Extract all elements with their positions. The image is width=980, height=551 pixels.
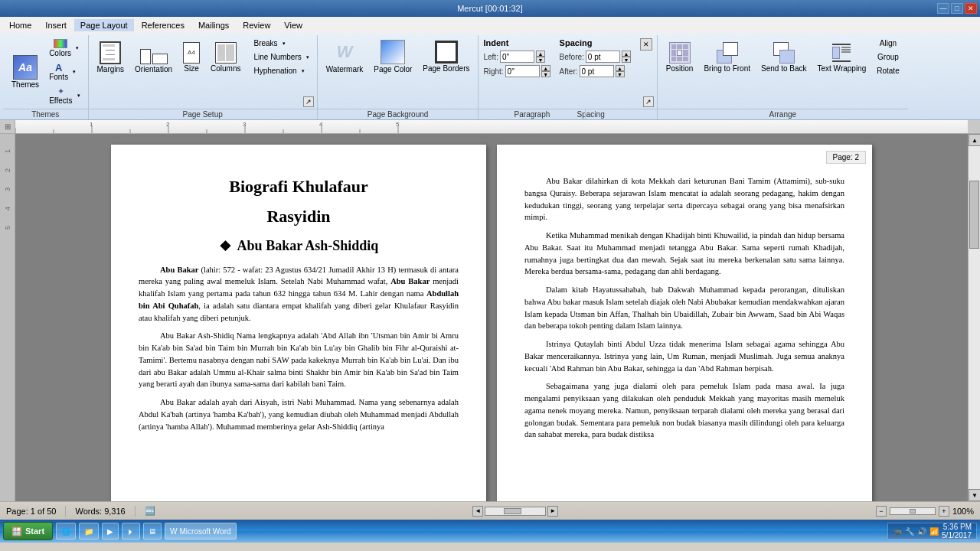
spacing-before-up[interactable]: ▲ (622, 51, 631, 57)
menu-item-references[interactable]: References (136, 19, 191, 31)
page-setup-dialog-launcher[interactable]: ↗ (303, 96, 314, 107)
indent-right-input[interactable] (505, 65, 540, 77)
menu-item-page-layout[interactable]: Page Layout (74, 19, 134, 31)
text-wrapping-button[interactable]: Text Wrapping (814, 37, 871, 77)
scroll-thumb[interactable] (969, 181, 979, 249)
spacing-after-up[interactable]: ▲ (616, 65, 625, 71)
indent-left-down[interactable]: ▼ (536, 57, 545, 63)
taskbar-ie-button[interactable]: 🌐 (56, 523, 76, 540)
breaks-dropdown[interactable]: ▾ (281, 37, 289, 50)
bring-to-front-button[interactable]: Bring to Front (700, 37, 754, 77)
indent-right-label: Right: (483, 67, 503, 76)
breaks-button[interactable]: Breaks ▾ (250, 37, 312, 50)
watermark-button[interactable]: W Watermark (322, 37, 368, 77)
arrange-section: Position Bring to Front Send to Back (658, 35, 908, 119)
scroll-up-button[interactable]: ▲ (969, 134, 980, 146)
orientation-label: Orientation (135, 65, 172, 73)
indent-right-down[interactable]: ▼ (541, 71, 550, 77)
indent-left-up[interactable]: ▲ (536, 51, 545, 57)
document-area: Biografi Khulafaur Rasyidin ❖ Abu Bakar … (15, 134, 968, 501)
zoom-slider-thumb[interactable] (910, 509, 916, 514)
hyphenation-button[interactable]: Hyphenation ▾ (250, 64, 312, 77)
line-numbers-dropdown[interactable]: ▾ (305, 51, 312, 64)
hyphenation-dropdown[interactable]: ▾ (300, 64, 308, 77)
taskbar-word-button[interactable]: W Microsoft Word (165, 523, 237, 540)
system-time: 5:36 PM 5/1/2017 (942, 523, 972, 540)
start-button[interactable]: 🪟 Start (3, 522, 53, 540)
line-numbers-button[interactable]: Line Numbers ▾ (250, 51, 312, 64)
spacing-after-input[interactable] (580, 65, 614, 77)
spacing-before-label: Before: (560, 53, 584, 61)
taskbar-player2-button[interactable]: ⏵ (122, 523, 140, 540)
themes-button[interactable]: Aa Themes (8, 52, 43, 92)
send-to-back-button[interactable]: Send to Back (757, 37, 810, 77)
svg-text:2: 2 (166, 121, 170, 128)
taskbar-network-button[interactable]: 🖥 (143, 523, 162, 540)
orientation-button[interactable]: Orientation (131, 37, 176, 77)
main-area: 1 2 3 4 5 Biografi Khulafaur Rasyidin ❖ … (0, 134, 980, 501)
fonts-dropdown-arrow[interactable]: ▾ (71, 60, 79, 83)
spacing-after-down[interactable]: ▼ (616, 71, 625, 77)
ruler-container: ⊞ 1 2 3 4 5 (0, 120, 980, 134)
indent-left-label: Left: (483, 53, 498, 61)
zoom-out-button[interactable]: − (876, 506, 887, 517)
minimize-button[interactable]: — (937, 3, 949, 14)
page-background-section-label: Page Background (318, 109, 479, 119)
para-2-2: Ketika Muhammad menikah dengan Khadijah … (524, 230, 844, 278)
menu-item-home[interactable]: Home (3, 19, 38, 31)
page-borders-icon (435, 41, 458, 64)
zoom-in-button[interactable]: + (939, 506, 949, 517)
menu-item-mailings[interactable]: Mailings (192, 19, 235, 31)
columns-button[interactable]: Columns (207, 37, 244, 77)
page-borders-button[interactable]: Page Borders (419, 37, 473, 77)
page-color-button[interactable]: Page Color (370, 37, 416, 77)
ie-icon: 🌐 (61, 527, 70, 536)
send-to-back-label: Send to Back (761, 64, 806, 73)
colors-label: Colors (49, 49, 71, 57)
indent-right-up[interactable]: ▲ (541, 65, 550, 71)
status-sep-2 (135, 506, 136, 517)
close-button[interactable]: ✕ (965, 3, 977, 14)
indent-left-input[interactable] (500, 51, 534, 63)
h-scroll-thumb[interactable] (504, 508, 521, 514)
maximize-button[interactable]: □ (951, 3, 963, 14)
effects-dropdown-arrow[interactable]: ▾ (76, 84, 83, 107)
page-info: Page: 1 of 50 (6, 507, 56, 516)
margins-icon (100, 41, 121, 64)
indent-right-spinner: ▲ ▼ (541, 65, 550, 77)
indent-group: Indent Left: ▲ ▼ Right: ▲ (483, 38, 550, 77)
ruler-corner[interactable]: ⊞ (0, 120, 15, 133)
para-2-1: Abu Bakar dilahirkan di kota Mekkah dari… (524, 175, 844, 223)
diamond-icon: ❖ (219, 238, 231, 255)
fonts-button[interactable]: A Fonts ▾ (46, 60, 83, 83)
paragraph-dialog-launcher[interactable]: ↗ (643, 96, 654, 107)
rotate-button[interactable]: Rotate (873, 64, 903, 77)
colors-dropdown-arrow[interactable]: ▾ (74, 37, 82, 60)
spacing-before-input[interactable] (586, 51, 620, 63)
page-title-line1: Biografi Khulafaur (139, 175, 459, 199)
menu-item-view[interactable]: View (278, 19, 309, 31)
colors-button[interactable]: Colors ▾ (46, 37, 83, 60)
taskbar-media-button[interactable]: ▶ (102, 523, 119, 540)
scroll-down-button[interactable]: ▼ (969, 489, 980, 501)
scroll-right-button[interactable]: ► (547, 506, 558, 517)
group-button[interactable]: Group (873, 51, 903, 64)
position-button[interactable]: Position (662, 37, 697, 77)
start-icon: 🪟 (11, 527, 22, 536)
menu-item-review[interactable]: Review (237, 19, 276, 31)
scroll-left-button[interactable]: ◄ (472, 506, 483, 517)
title-bar-controls: — □ ✕ (937, 3, 977, 14)
spacing-before-down[interactable]: ▼ (622, 57, 631, 63)
paragraph-close-button[interactable]: ✕ (640, 38, 652, 51)
start-label: Start (25, 527, 44, 536)
menu-item-insert[interactable]: Insert (39, 19, 73, 31)
effects-button[interactable]: ✦ Effects ▾ (46, 84, 83, 107)
align-button[interactable]: Align (873, 37, 903, 50)
spacing-before-spinner: ▲ ▼ (622, 51, 631, 63)
margins-button[interactable]: Margins (93, 37, 129, 77)
player2-icon: ⏵ (127, 527, 135, 536)
size-button[interactable]: A4 Size (179, 37, 204, 77)
themes-small-group: Colors ▾ A Fonts ▾ (46, 37, 83, 107)
taskbar-folder-button[interactable]: 📁 (79, 523, 99, 540)
page-2: Page: 2 Abu Bakar dilahirkan di kota Mek… (497, 145, 872, 501)
